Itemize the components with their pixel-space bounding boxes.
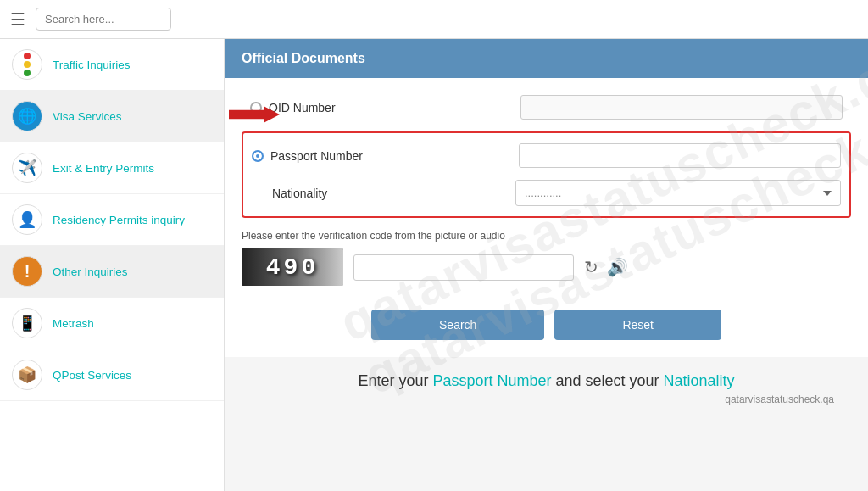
refresh-captcha-button[interactable]: ↻ [584, 257, 598, 277]
qid-label: QID Number [262, 101, 520, 114]
footer-url: qatarvisastatuscheck.qa [242, 393, 851, 405]
globe-icon: 🌐 [12, 101, 42, 131]
sidebar-item-residency[interactable]: 👤 Residency Permits inquiry [0, 194, 224, 246]
main-content: Traffic Inquiries 🌐 Visa Services ✈️ Exi… [0, 39, 868, 491]
passport-label: Passport Number [270, 149, 519, 163]
sidebar: Traffic Inquiries 🌐 Visa Services ✈️ Exi… [0, 39, 225, 491]
captcha-hint: Please enter the verification code from … [242, 230, 851, 242]
watermark: qatarvisastatuscheck.qaqatarvisastatusch… [331, 34, 868, 406]
captcha-image: 490 [242, 248, 343, 286]
captcha-icons: ↻ 🔊 [584, 257, 628, 277]
captcha-input[interactable] [353, 254, 574, 281]
sidebar-label-qpost: QPost Services [53, 369, 131, 382]
app-container: ☰ Traffic Inquiries 🌐 Visa Services [0, 0, 868, 491]
passport-radio[interactable] [252, 150, 264, 162]
footer-text: Enter your Passport Number and select yo… [242, 372, 851, 390]
arrow-indicator [229, 102, 280, 131]
highlighted-section: Passport Number Nationality ............ [242, 131, 851, 218]
sidebar-label-exit: Exit & Entry Permits [53, 162, 154, 175]
sidebar-item-metrash[interactable]: 📱 Metrash [0, 298, 224, 349]
main-panel: Official Documents qatarvisastatuscheck.… [225, 39, 868, 491]
sidebar-label-visa: Visa Services [53, 110, 122, 123]
nationality-select[interactable]: ............ [515, 180, 841, 206]
qid-row: QID Number [242, 95, 851, 126]
search-button[interactable]: Search [371, 310, 544, 340]
footer-highlight2: Nationality [664, 372, 735, 389]
nationality-row: Nationality ............ [252, 180, 841, 206]
hamburger-icon[interactable]: ☰ [10, 9, 25, 30]
sidebar-item-visa[interactable]: 🌐 Visa Services [0, 91, 224, 142]
sidebar-item-other[interactable]: ! Other Inquiries [0, 246, 224, 298]
captcha-row: 490 ↻ 🔊 [242, 248, 851, 286]
plane-icon: ✈️ [12, 153, 42, 183]
footer-text-middle: and select your [551, 372, 663, 389]
sidebar-label-traffic: Traffic Inquiries [53, 59, 131, 71]
button-row: Search Reset [242, 310, 851, 340]
traffic-light-icon [12, 49, 42, 80]
reset-button[interactable]: Reset [554, 310, 721, 340]
sidebar-item-traffic[interactable]: Traffic Inquiries [0, 39, 224, 91]
svg-marker-0 [229, 106, 280, 123]
info-icon: ! [12, 256, 42, 287]
footer-highlight1: Passport Number [432, 372, 551, 389]
sidebar-item-exit[interactable]: ✈️ Exit & Entry Permits [0, 142, 224, 194]
panel-header: Official Documents [225, 39, 868, 78]
sidebar-label-metrash: Metrash [53, 317, 94, 330]
qpost-icon: 📦 [12, 360, 42, 390]
passport-row: Passport Number [252, 143, 841, 168]
search-input[interactable] [36, 8, 171, 31]
qid-input[interactable] [520, 95, 843, 120]
nationality-label: Nationality [252, 187, 515, 200]
panel-body: qatarvisastatuscheck.qaqatarvisastatusch… [225, 78, 868, 357]
captcha-code: 490 [266, 254, 319, 281]
passport-input[interactable] [519, 143, 841, 168]
audio-captcha-button[interactable]: 🔊 [607, 257, 628, 277]
metrash-icon: 📱 [12, 308, 42, 338]
sidebar-label-residency: Residency Permits inquiry [53, 214, 185, 226]
sidebar-label-other: Other Inquiries [53, 265, 128, 278]
footer-text-before: Enter your [358, 372, 432, 389]
footer-section: Enter your Passport Number and select yo… [225, 357, 868, 414]
residency-icon: 👤 [12, 204, 42, 235]
sidebar-item-qpost[interactable]: 📦 QPost Services [0, 349, 224, 401]
top-bar: ☰ [0, 0, 868, 39]
panel-title: Official Documents [242, 51, 365, 65]
